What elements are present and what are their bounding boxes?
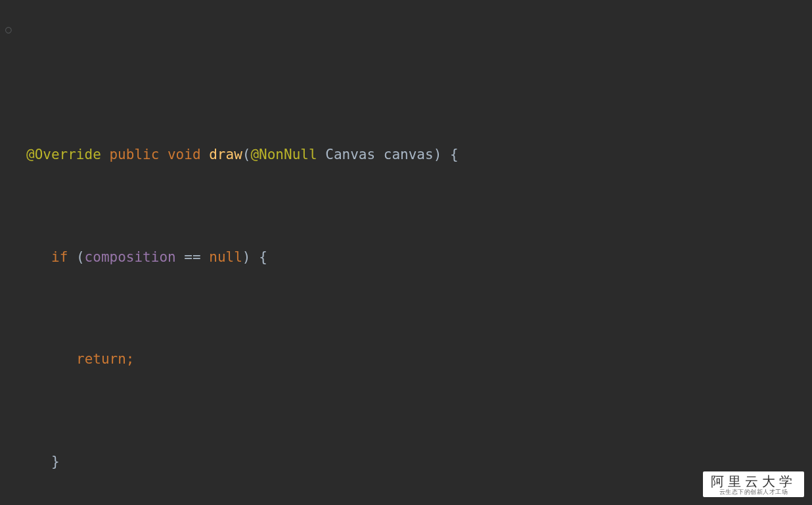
code-line: } xyxy=(0,449,812,475)
watermark-title: 阿里云大学 xyxy=(711,474,796,489)
code-line: @Override public void draw(@NonNull Canv… xyxy=(0,142,812,168)
keyword-return: return xyxy=(76,347,126,372)
watermark-subtitle: 云生态下的创新人才工场 xyxy=(711,489,796,496)
annotation: @Override xyxy=(26,142,101,168)
field-composition: composition xyxy=(85,245,176,270)
override-gutter-icon: ○ xyxy=(5,20,12,39)
keyword-void: void xyxy=(168,142,201,168)
code-line: return; xyxy=(0,347,812,372)
keyword-if: if xyxy=(51,245,68,270)
param-name: canvas xyxy=(384,142,434,168)
keyword-null: null xyxy=(209,245,242,270)
method-name: draw xyxy=(209,142,242,168)
code-line: if (composition == null) { xyxy=(0,245,812,270)
keyword-public: public xyxy=(109,142,159,168)
code-editor[interactable]: ○ @Override public void draw(@NonNull Ca… xyxy=(0,0,812,505)
annotation-nonnull: @NonNull xyxy=(250,142,317,168)
param-type: Canvas xyxy=(325,142,375,168)
watermark-badge: 阿里云大学 云生态下的创新人才工场 xyxy=(703,471,804,497)
